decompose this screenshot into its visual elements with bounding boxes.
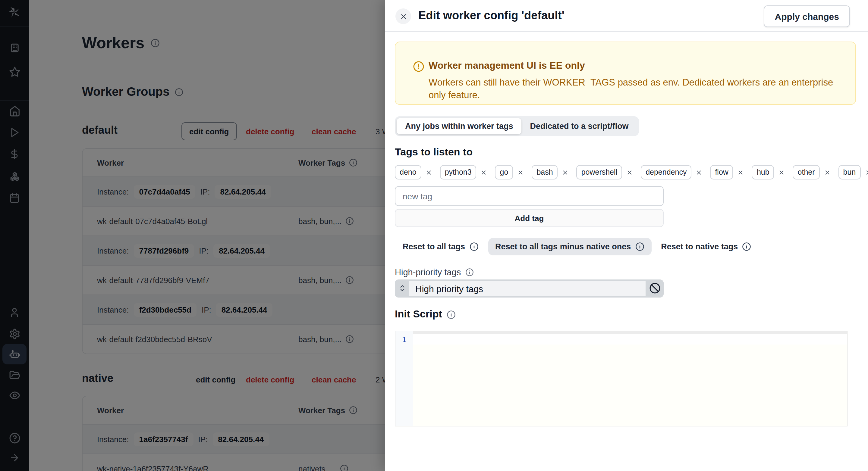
app-window: Workers Worker Groups default edit confi… xyxy=(0,0,868,471)
info-icon xyxy=(742,242,751,251)
remove-tag-button[interactable] xyxy=(562,169,569,175)
reset-buttons-row: Reset to all tags Reset to all tags minu… xyxy=(403,237,751,256)
info-icon xyxy=(469,242,478,251)
tag-chip: hub xyxy=(752,165,785,179)
drawer-title: Edit worker config 'default' xyxy=(418,9,564,22)
info-icon xyxy=(635,242,644,251)
tag-chip-list: deno python3 go bash powershell dependen… xyxy=(395,165,868,179)
add-tag-button[interactable]: Add tag xyxy=(395,209,664,227)
high-priority-placeholder: High priority tags xyxy=(409,281,646,296)
alert-title: Worker management UI is EE only xyxy=(429,60,585,71)
tag-chip: go xyxy=(495,165,524,179)
info-icon[interactable] xyxy=(447,310,456,319)
remove-tag-button[interactable] xyxy=(695,169,702,175)
tab-dedicated[interactable]: Dedicated to a script/flow xyxy=(522,118,637,134)
high-priority-multiselect[interactable]: High priority tags xyxy=(395,279,664,298)
tag-chip: bun xyxy=(838,165,868,179)
edit-worker-config-drawer: Edit worker config 'default' Apply chang… xyxy=(385,0,868,471)
editor-gutter: 1 xyxy=(396,331,413,426)
editor-top-strip xyxy=(413,331,847,334)
new-tag-input[interactable] xyxy=(395,186,664,206)
disabled-icon xyxy=(649,282,661,294)
alert-icon xyxy=(413,61,424,72)
drawer-header-divider xyxy=(385,31,868,32)
editor-current-line xyxy=(413,334,847,344)
chevrons-up-down-icon xyxy=(398,284,406,292)
tag-chip: deno xyxy=(395,165,432,179)
ee-only-alert: Worker management UI is EE only Workers … xyxy=(395,41,856,105)
tag-chip: dependency xyxy=(641,165,702,179)
apply-changes-button[interactable]: Apply changes xyxy=(764,5,850,27)
remove-tag-button[interactable] xyxy=(778,169,785,175)
tag-chip: python3 xyxy=(440,165,487,179)
remove-tag-button[interactable] xyxy=(865,169,868,175)
remove-tag-button[interactable] xyxy=(626,169,633,175)
worker-mode-tabs: Any jobs within worker tags Dedicated to… xyxy=(395,116,639,136)
close-icon xyxy=(399,12,407,20)
init-script-heading: Init Script xyxy=(395,308,456,321)
remove-tag-button[interactable] xyxy=(481,169,487,175)
remove-tag-button[interactable] xyxy=(738,169,744,175)
high-priority-label: High-priority tags xyxy=(395,267,473,277)
tags-heading: Tags to listen to xyxy=(395,146,472,159)
remove-tag-button[interactable] xyxy=(517,169,524,175)
tag-chip: powershell xyxy=(577,165,633,179)
tag-chip: bash xyxy=(532,165,568,179)
reset-all-tags-button[interactable]: Reset to all tags xyxy=(403,242,478,251)
reset-minus-native-button[interactable]: Reset to all tags minus native ones xyxy=(488,238,651,256)
remove-tag-button[interactable] xyxy=(824,169,831,175)
init-script-editor[interactable]: 1 xyxy=(395,331,847,427)
close-drawer-button[interactable] xyxy=(396,8,411,24)
info-icon[interactable] xyxy=(465,268,473,276)
alert-body: Workers can still have their WORKER_TAGS… xyxy=(429,76,834,101)
tab-any-jobs[interactable]: Any jobs within worker tags xyxy=(397,118,522,134)
remove-tag-button[interactable] xyxy=(426,169,432,175)
editor-code-area[interactable] xyxy=(413,331,847,426)
line-number: 1 xyxy=(402,335,406,426)
tag-chip: flow xyxy=(710,165,744,179)
tag-chip: other xyxy=(793,165,831,179)
reset-native-tags-button[interactable]: Reset to native tags xyxy=(661,242,751,251)
